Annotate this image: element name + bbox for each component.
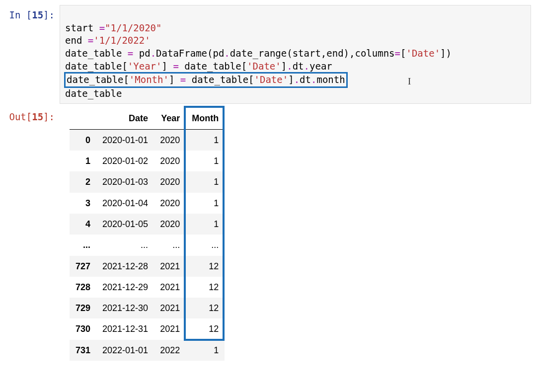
text-cursor-icon: I bbox=[408, 75, 411, 88]
code-line-5-highlighted: date_table['Month'] = date_table['Date']… bbox=[65, 74, 347, 85]
prompt-in-suffix: ]: bbox=[43, 9, 55, 20]
cell-date: 2020-01-04 bbox=[96, 193, 154, 214]
cell-year: 2021 bbox=[154, 318, 186, 339]
cell-year: 2021 bbox=[154, 298, 186, 318]
prompt-out-suffix: ]: bbox=[43, 111, 55, 122]
prompt-in-number: 15 bbox=[32, 9, 43, 20]
cell-month: 12 bbox=[186, 318, 225, 339]
cell-year: 2020 bbox=[154, 151, 186, 171]
cell-year: 2020 bbox=[154, 171, 186, 192]
cell-date: 2021-12-28 bbox=[96, 256, 154, 277]
row-index: 728 bbox=[70, 277, 96, 298]
col-year: Year bbox=[154, 108, 186, 129]
cell-month: 1 bbox=[186, 129, 225, 151]
cell-date: 2020-01-03 bbox=[96, 171, 154, 192]
col-date: Date bbox=[96, 108, 154, 129]
output-prompt: Out[15]: bbox=[5, 107, 60, 124]
table-row: 42020-01-0520201 bbox=[70, 214, 225, 235]
table-row: 02020-01-0120201 bbox=[70, 129, 225, 151]
cell-month: ... bbox=[186, 235, 225, 255]
table-row: 7312022-01-0120221 bbox=[70, 340, 225, 361]
dataframe-table: Date Year Month 02020-01-012020112020-01… bbox=[70, 108, 225, 361]
row-index: 727 bbox=[70, 256, 96, 277]
table-row: 7272021-12-28202112 bbox=[70, 256, 225, 277]
cell-month: 12 bbox=[186, 298, 225, 318]
cell-year: 2020 bbox=[154, 214, 186, 235]
row-index: 2 bbox=[70, 171, 96, 192]
cell-date: 2020-01-02 bbox=[96, 151, 154, 171]
code-line-6: date_table bbox=[65, 88, 122, 99]
cell-date: 2020-01-05 bbox=[96, 214, 154, 235]
row-index: 730 bbox=[70, 318, 96, 339]
cell-year: 2022 bbox=[154, 340, 186, 361]
code-input[interactable]: start ="1/1/2020" end ='1/1/2022' date_t… bbox=[60, 5, 531, 104]
row-index: 0 bbox=[70, 129, 96, 151]
cell-year: 2020 bbox=[154, 193, 186, 214]
input-prompt: In [15]: bbox=[5, 5, 60, 22]
row-index: 4 bbox=[70, 214, 96, 235]
prompt-out-prefix: Out[ bbox=[9, 111, 32, 122]
table-row: 22020-01-0320201 bbox=[70, 171, 225, 192]
col-month: Month bbox=[186, 108, 225, 129]
code-line-1: start ="1/1/2020" bbox=[65, 22, 161, 33]
cell-date: 2021-12-29 bbox=[96, 277, 154, 298]
cell-date: 2021-12-30 bbox=[96, 298, 154, 318]
table-row: 12020-01-0220201 bbox=[70, 151, 225, 171]
output-area: Date Year Month 02020-01-012020112020-01… bbox=[60, 107, 531, 364]
table-row: 32020-01-0420201 bbox=[70, 193, 225, 214]
row-index: ... bbox=[70, 235, 96, 255]
cell-date: ... bbox=[96, 235, 154, 255]
cell-year: 2021 bbox=[154, 277, 186, 298]
output-cell: Out[15]: Date Year Month 02020-01-012020… bbox=[5, 107, 531, 364]
cell-month: 12 bbox=[186, 277, 225, 298]
cell-year: 2020 bbox=[154, 129, 186, 151]
table-row: 7282021-12-29202112 bbox=[70, 277, 225, 298]
cell-year: 2021 bbox=[154, 256, 186, 277]
code-line-2: end ='1/1/2022' bbox=[65, 35, 151, 46]
table-row: ............ bbox=[70, 235, 225, 255]
cell-month: 1 bbox=[186, 171, 225, 192]
row-index: 729 bbox=[70, 298, 96, 318]
cell-date: 2022-01-01 bbox=[96, 340, 154, 361]
col-index bbox=[70, 108, 96, 129]
row-index: 731 bbox=[70, 340, 96, 361]
input-cell: In [15]: start ="1/1/2020" end ='1/1/202… bbox=[5, 5, 531, 104]
table-row: 7292021-12-30202112 bbox=[70, 298, 225, 318]
cell-month: 1 bbox=[186, 151, 225, 171]
prompt-out-number: 15 bbox=[32, 111, 43, 122]
row-index: 1 bbox=[70, 151, 96, 171]
code-line-highlight: date_table['Month'] = date_table['Date']… bbox=[64, 72, 348, 88]
cell-month: 1 bbox=[186, 193, 225, 214]
table-row: 7302021-12-31202112 bbox=[70, 318, 225, 339]
cell-month: 12 bbox=[186, 256, 225, 277]
code-line-4: date_table['Year'] = date_table['Date'].… bbox=[65, 61, 332, 72]
cell-year: ... bbox=[154, 235, 186, 255]
row-index: 3 bbox=[70, 193, 96, 214]
cell-month: 1 bbox=[186, 340, 225, 361]
code-line-3: date_table = pd.DataFrame(pd.date_range(… bbox=[65, 48, 452, 59]
prompt-in-prefix: In [ bbox=[9, 9, 32, 20]
cell-date: 2020-01-01 bbox=[96, 129, 154, 151]
dataframe-wrap: Date Year Month 02020-01-012020112020-01… bbox=[70, 108, 225, 361]
cell-month: 1 bbox=[186, 214, 225, 235]
cell-date: 2021-12-31 bbox=[96, 318, 154, 339]
